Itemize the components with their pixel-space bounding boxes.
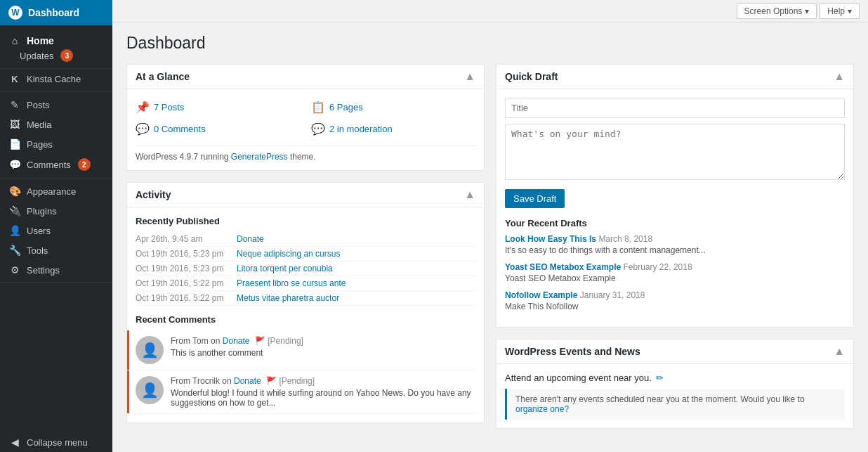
activity-row: Oct 19th 2016, 5:22 pmPraesent libro se … (136, 276, 475, 291)
widget-grid: At a Glance ▲ 📌 7 Posts 📋 6 Pages (126, 64, 854, 429)
quick-draft-title-input[interactable] (505, 98, 845, 118)
activity-post-link[interactable]: Metus vitae pharetra auctor (237, 293, 475, 303)
kinsta-icon: K (8, 74, 21, 84)
activity-date: Oct 19th 2016, 5:22 pm (136, 293, 234, 303)
edit-location-icon[interactable]: ✏ (656, 373, 664, 383)
wp-info-text: WordPress 4.9.7 running (136, 152, 229, 162)
activity-date: Apr 26th, 9:45 am (136, 234, 234, 244)
comments-stat-link[interactable]: 0 Comments (154, 124, 206, 134)
comments-icon: 💬 (8, 159, 21, 170)
wp-events-widget: WordPress Events and News ▲ Attend an up… (496, 339, 854, 429)
comment-item: 👤 From Trocrilk on Donate 🚩 [Pending] Wo… (136, 370, 475, 414)
glance-stats: 📌 7 Posts 📋 6 Pages 💬 0 Comments (136, 98, 475, 138)
sidebar-logo-label: Dashboard (28, 7, 79, 18)
activity-post-link[interactable]: Praesent libro se cursus ante (237, 278, 475, 288)
sidebar-item-media[interactable]: 🖼 Media (0, 115, 112, 134)
help-button[interactable]: Help ▾ (820, 4, 860, 19)
sidebar-settings-label: Settings (27, 265, 60, 276)
sidebar-item-collapse[interactable]: ◀ Collapse menu (0, 432, 112, 452)
tools-icon: 🔧 (8, 245, 21, 256)
wp-events-toggle[interactable]: ▲ (834, 345, 845, 358)
draft-excerpt: Yoast SEO Metabox Example (505, 273, 845, 283)
at-a-glance-toggle[interactable]: ▲ (464, 70, 475, 83)
drafts-list: Look How Easy This Is March 8, 2018 It's… (505, 234, 845, 311)
pages-stat: 📋 6 Pages (311, 98, 475, 117)
at-a-glance-header: At a Glance ▲ (127, 65, 484, 89)
wp-icon: W (8, 6, 22, 20)
help-chevron-icon: ▾ (848, 6, 852, 16)
comments-glance-icon: 💬 (136, 122, 150, 136)
quick-draft-body-textarea[interactable] (505, 124, 845, 180)
updates-badge: 3 (60, 49, 73, 62)
collapse-icon: ◀ (8, 437, 21, 448)
sidebar-item-plugins[interactable]: 🔌 Plugins (0, 201, 112, 221)
pages-icon: 📄 (8, 138, 21, 150)
activity-post-link[interactable]: Donate (237, 234, 475, 244)
sidebar-home-label: Home (27, 35, 54, 46)
draft-item: Yoast SEO Metabox Example February 22, 2… (505, 262, 845, 283)
activity-date: Oct 19th 2016, 5:23 pm (136, 249, 234, 259)
activity-row: Oct 19th 2016, 5:23 pmLitora torqent per… (136, 261, 475, 276)
settings-icon: ⚙ (8, 264, 21, 276)
quick-draft-header: Quick Draft ▲ (497, 65, 853, 89)
sidebar-home-section: ⌂ Home Updates 3 (0, 25, 112, 70)
page-title: Dashboard (126, 34, 854, 53)
sidebar-item-settings[interactable]: ⚙ Settings (0, 260, 112, 280)
draft-link[interactable]: Nofollow Example (505, 290, 577, 300)
sidebar-updates-label: Updates (20, 51, 53, 61)
sidebar-item-posts[interactable]: ✎ Posts (0, 95, 112, 115)
draft-date: February 22, 2018 (624, 262, 692, 272)
comment-post-link[interactable]: Donate (234, 376, 261, 386)
posts-stat-link[interactable]: 7 Posts (154, 102, 184, 112)
sidebar-item-users[interactable]: 👤 Users (0, 221, 112, 240)
sidebar-item-kinsta-cache[interactable]: K Kinsta Cache (0, 70, 112, 89)
comments-badge: 2 (78, 158, 91, 171)
comment-content: From Tom on Donate 🚩 [Pending] This is a… (171, 336, 475, 364)
draft-header: Yoast SEO Metabox Example February 22, 2… (505, 262, 845, 272)
draft-link[interactable]: Yoast SEO Metabox Example (505, 262, 621, 272)
sidebar-item-pages[interactable]: 📄 Pages (0, 134, 112, 154)
quick-draft-toggle[interactable]: ▲ (834, 70, 845, 83)
organize-link[interactable]: organize one? (515, 404, 569, 414)
posts-icon: ✎ (8, 99, 21, 110)
avatar: 👤 (136, 376, 164, 404)
activity-posts-list: Apr 26th, 9:45 amDonateOct 19th 2016, 5:… (136, 232, 475, 306)
at-a-glance-title: At a Glance (136, 71, 190, 82)
theme-link[interactable]: GeneratePress (231, 152, 288, 162)
sidebar-item-comments[interactable]: 💬 Comments 2 (0, 154, 112, 175)
draft-header: Nofollow Example January 31, 2018 (505, 290, 845, 300)
activity-widget: Activity ▲ Recently Published Apr 26th, … (126, 182, 485, 423)
home-icon: ⌂ (8, 35, 21, 46)
sidebar-divider-1 (0, 91, 112, 92)
moderation-stat-link[interactable]: 2 in moderation (329, 124, 393, 134)
activity-post-link[interactable]: Neque adipiscing an cursus (237, 249, 475, 259)
sidebar-logo[interactable]: W Dashboard (0, 0, 112, 25)
sidebar-item-home[interactable]: ⌂ Home (0, 31, 112, 48)
activity-toggle[interactable]: ▲ (464, 188, 475, 201)
sidebar-tools-label: Tools (27, 245, 48, 256)
screen-options-button[interactable]: Screen Options ▾ (737, 4, 817, 19)
pages-stat-link[interactable]: 6 Pages (329, 102, 363, 112)
draft-link[interactable]: Look How Easy This Is (505, 234, 596, 244)
sidebar-posts-label: Posts (27, 100, 50, 110)
sidebar-plugins-label: Plugins (27, 206, 57, 217)
media-icon: 🖼 (8, 119, 21, 130)
sidebar-item-updates[interactable]: Updates 3 (0, 48, 112, 66)
sidebar-divider-2 (0, 178, 112, 179)
save-draft-button[interactable]: Save Draft (505, 189, 565, 208)
comment-post-link[interactable]: Donate (223, 336, 250, 346)
events-subtitle: Attend an upcoming event near you. ✏ (505, 373, 845, 383)
comment-item: 👤 From Tom on Donate 🚩 [Pending] This is… (136, 330, 475, 370)
activity-post-link[interactable]: Litora torqent per conubia (237, 264, 475, 273)
draft-excerpt: It's so easy to do things with a content… (505, 245, 845, 255)
screen-options-label: Screen Options (744, 6, 803, 16)
sidebar-item-appearance[interactable]: 🎨 Appearance (0, 181, 112, 201)
recent-drafts-title: Your Recent Drafts (505, 218, 845, 228)
activity-date: Oct 19th 2016, 5:23 pm (136, 264, 234, 273)
moderation-stat: 💬 2 in moderation (311, 120, 475, 138)
pending-flag-icon: 🚩 [Pending] (266, 376, 315, 386)
comment-meta: From Tom on Donate 🚩 [Pending] (171, 336, 475, 346)
comment-meta: From Trocrilk on Donate 🚩 [Pending] (171, 376, 475, 386)
sidebar-item-tools[interactable]: 🔧 Tools (0, 240, 112, 260)
draft-item: Nofollow Example January 31, 2018 Make T… (505, 290, 845, 311)
